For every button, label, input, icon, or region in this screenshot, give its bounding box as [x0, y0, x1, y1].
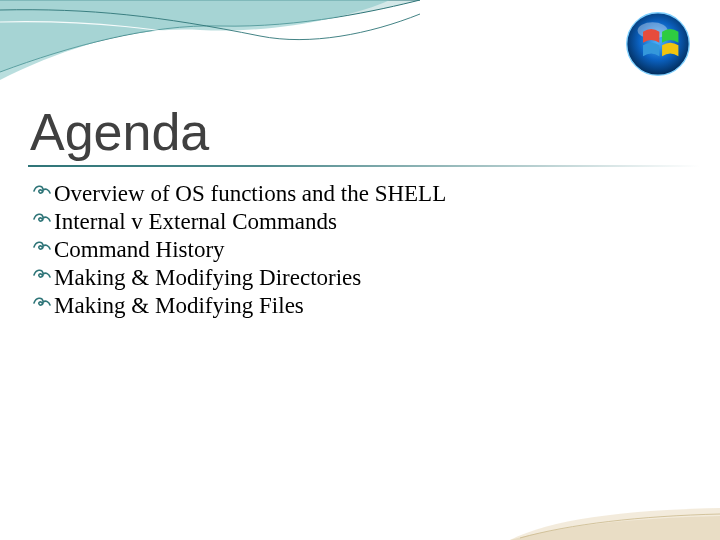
- bullet-icon: [32, 181, 52, 201]
- bullet-text: Making & Modifying Files: [54, 292, 304, 320]
- top-wave-decoration: [0, 0, 420, 90]
- bullet-icon: [32, 293, 52, 313]
- bullet-icon: [32, 237, 52, 257]
- list-item: Command History: [32, 236, 680, 264]
- bullet-icon: [32, 265, 52, 285]
- bullet-text: Overview of OS functions and the SHELL: [54, 180, 446, 208]
- list-item: Overview of OS functions and the SHELL: [32, 180, 680, 208]
- windows-logo-icon: [624, 10, 692, 78]
- slide-title: Agenda: [30, 102, 209, 162]
- svg-point-0: [627, 13, 690, 76]
- list-item: Making & Modifying Directories: [32, 264, 680, 292]
- bullet-list: Overview of OS functions and the SHELL I…: [32, 180, 680, 320]
- list-item: Making & Modifying Files: [32, 292, 680, 320]
- bullet-text: Making & Modifying Directories: [54, 264, 361, 292]
- list-item: Internal v External Commands: [32, 208, 680, 236]
- bullet-text: Internal v External Commands: [54, 208, 337, 236]
- slide: Agenda Overview of OS functions and the …: [0, 0, 720, 540]
- bottom-wave-decoration: [510, 480, 720, 540]
- bullet-text: Command History: [54, 236, 225, 264]
- title-underline: [28, 165, 700, 167]
- bullet-icon: [32, 209, 52, 229]
